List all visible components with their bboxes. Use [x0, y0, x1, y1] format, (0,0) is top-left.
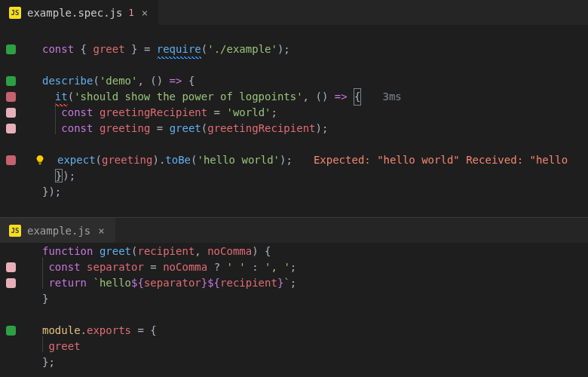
gutter-marker[interactable]	[0, 73, 33, 89]
pass-marker-icon	[6, 76, 16, 86]
js-icon: JS	[9, 225, 21, 237]
tab-bar: JS example.spec.js 1 ×	[0, 0, 588, 26]
info-marker-icon	[6, 262, 16, 272]
code-line[interactable]: };	[33, 354, 55, 370]
code-line[interactable]: });	[33, 184, 61, 200]
gutter-marker[interactable]	[0, 259, 33, 275]
tab-example[interactable]: JS example.js ×	[0, 218, 116, 243]
gutter-marker[interactable]	[0, 152, 33, 168]
info-marker-icon	[6, 278, 16, 288]
code-line[interactable]: greet	[33, 339, 81, 354]
tab-filename: example.spec.js	[27, 7, 122, 19]
close-icon[interactable]: ×	[140, 6, 149, 20]
code-line[interactable]: it('should show the power of logpoints',…	[33, 89, 402, 105]
gutter-marker[interactable]	[0, 275, 33, 291]
code-line[interactable]: expect(greeting).toBe('hello world');Exp…	[33, 152, 568, 168]
fail-marker-icon	[6, 92, 16, 102]
editor-pane-bottom: JS example.js × function greet(recipient…	[0, 217, 588, 376]
pass-marker-icon	[6, 44, 16, 54]
code-line[interactable]: });	[33, 168, 75, 184]
code-line[interactable]: const { greet } = require('./example');	[33, 41, 290, 57]
tab-example-spec[interactable]: JS example.spec.js 1 ×	[0, 0, 159, 25]
code-editor[interactable]: const { greet } = require('./example'); …	[0, 26, 588, 217]
gutter-marker[interactable]	[0, 89, 33, 105]
js-icon: JS	[9, 7, 21, 19]
close-icon[interactable]: ×	[96, 224, 106, 238]
cursor-position: {	[354, 88, 361, 106]
info-marker-icon	[6, 108, 16, 118]
code-line[interactable]: }	[33, 291, 48, 307]
code-line[interactable]: describe('demo', () => {	[33, 73, 194, 89]
tab-bar: JS example.js ×	[0, 218, 588, 244]
gutter-marker[interactable]	[0, 323, 33, 339]
lightbulb-icon[interactable]	[35, 155, 45, 165]
inline-error-hint: Expected: "hello world" Received: "hello	[314, 152, 568, 168]
code-line[interactable]: module.exports = {	[33, 323, 157, 339]
info-marker-icon	[6, 124, 16, 133]
tab-filename: example.js	[27, 225, 90, 237]
inline-timing-hint: 3ms	[382, 89, 401, 105]
tab-problems-badge: 1	[128, 8, 133, 18]
fail-marker-icon	[6, 155, 16, 165]
code-line[interactable]: function greet(recipient, noComma) {	[33, 244, 271, 259]
gutter-marker[interactable]	[0, 121, 33, 136]
code-line[interactable]: const greeting = greet(greetingRecipient…	[33, 121, 328, 136]
gutter-marker[interactable]	[0, 41, 33, 57]
code-line[interactable]: const greetingRecipient = 'world';	[33, 105, 277, 121]
pass-marker-icon	[6, 326, 16, 336]
code-line[interactable]: const separator = noComma ? ' ' : ', ';	[33, 259, 296, 275]
code-editor[interactable]: function greet(recipient, noComma) { con…	[0, 244, 588, 376]
editor-pane-top: JS example.spec.js 1 × const { greet } =…	[0, 0, 588, 217]
code-line[interactable]: return `hello${separator}${recipient}`;	[33, 275, 296, 291]
gutter-marker[interactable]	[0, 105, 33, 121]
